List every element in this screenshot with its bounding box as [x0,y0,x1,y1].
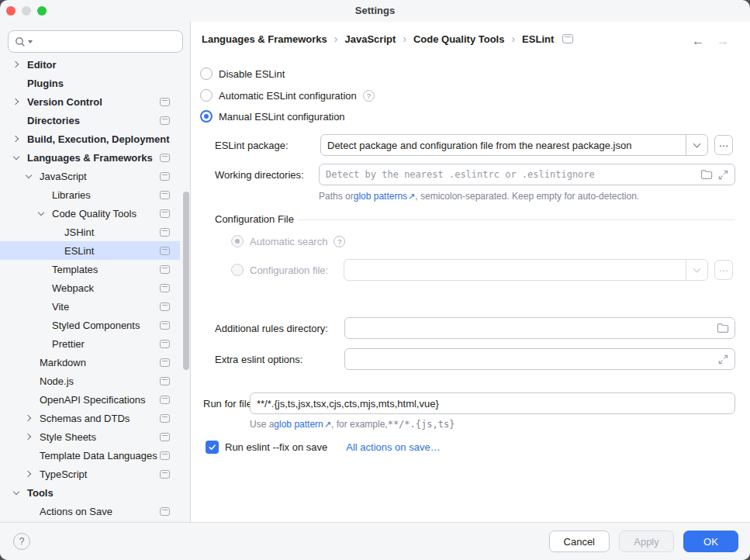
sidebar-item-plugins[interactable]: Plugins [0,74,180,92]
apply-button[interactable]: Apply [619,531,674,552]
eslint-package-combobox[interactable]: Detect package and configuration file fr… [320,134,708,156]
sidebar-item-label: Editor [27,59,57,71]
sidebar-item-typescript[interactable]: TypeScript [0,465,180,483]
sidebar-item-styled-components[interactable]: Styled Components [0,316,180,334]
breadcrumb-separator-icon: › [403,33,406,45]
radio-automatic-eslint[interactable] [200,89,213,102]
working-directories-field[interactable]: Detect by the nearest .eslintrc or .esli… [319,164,735,185]
chevron-spacer [35,337,47,350]
radio-row-manual[interactable]: Manual ESLint configuration [200,110,345,123]
extra-options-field[interactable] [344,348,735,370]
chevron-right-icon[interactable] [10,95,22,108]
sidebar-item-code-quality-tools[interactable]: Code Quality Tools [0,204,180,223]
sidebar-item-label: ESLint [64,245,94,257]
radio-manual-eslint[interactable] [200,110,213,123]
breadcrumb-separator-icon: › [511,33,515,45]
sidebar-item-languages-frameworks[interactable]: Languages & Frameworks [0,148,180,167]
sidebar-item-prettier[interactable]: Prettier [0,334,180,353]
glob-pattern-link[interactable]: glob pattern [274,419,323,430]
sidebar-scrollbar-thumb[interactable] [183,192,189,370]
folder-icon[interactable] [700,169,713,180]
forward-arrow-icon[interactable]: → [717,34,729,48]
chevron-spacer [35,282,47,294]
help-icon[interactable]: ? [334,236,345,247]
sidebar-item-openapi-specifications[interactable]: OpenAPI Specifications [0,390,180,409]
search-options-caret-icon[interactable] [28,40,33,43]
sidebar-item-node-js[interactable]: Node.js [0,372,180,390]
sidebar-item-editor[interactable]: Editor [0,55,180,74]
sidebar-item-jshint[interactable]: JSHint [0,223,180,241]
settings-search-field[interactable] [8,30,183,53]
sidebar-item-template-data-languages[interactable]: Template Data Languages [0,446,180,465]
chevron-right-icon[interactable] [22,412,35,424]
help-button[interactable]: ? [13,533,30,550]
sidebar-item-label: JavaScript [40,171,87,182]
sidebar-item-tools[interactable]: Tools [0,483,180,502]
breadcrumb-item[interactable]: Languages & Frameworks [202,33,327,45]
radio-row-disable[interactable]: Disable ESLint [200,67,285,80]
ok-button[interactable]: OK [683,531,738,552]
chevron-down-icon[interactable] [35,207,47,220]
chevron-spacer [22,449,35,461]
sidebar-item-actions-on-save[interactable]: Actions on Save [0,502,180,520]
chevron-spacer [47,226,60,238]
run-eslint-fix-checkbox[interactable] [206,441,219,454]
chevron-down-icon[interactable] [10,486,22,499]
expand-field-icon[interactable] [717,169,729,181]
chevron-spacer [22,375,35,387]
project-settings-icon [160,209,170,218]
sidebar-item-libraries[interactable]: Libraries [0,185,180,204]
glob-patterns-link[interactable]: glob patterns [354,191,407,202]
sidebar-item-label: Webpack [52,282,94,294]
working-directories-label: Working directories: [215,169,304,181]
configuration-file-browse-button: … [714,260,733,280]
project-settings-icon [160,358,170,367]
radio-row-configuration-file: Configuration file: [231,259,328,281]
chevron-right-icon[interactable] [22,468,35,480]
sidebar-item-label: OpenAPI Specifications [40,394,146,406]
chevron-right-icon[interactable] [22,430,35,443]
radio-label: Configuration file: [250,264,328,276]
sidebar-item-schemas-and-dtds[interactable]: Schemas and DTDs [0,409,180,427]
sidebar-item-javascript[interactable]: JavaScript [0,167,180,185]
all-actions-on-save-link[interactable]: All actions on save… [346,441,440,453]
eslint-package-browse-button[interactable]: … [714,135,733,155]
help-icon[interactable]: ? [363,90,375,102]
chevron-down-icon[interactable] [686,135,707,155]
run-for-files-field[interactable]: **/*.{js,ts,jsx,tsx,cjs,cts,mjs,mts,html… [250,392,735,414]
breadcrumb-item[interactable]: Code Quality Tools [413,33,505,45]
working-directories-hint: Paths or glob patterns↗ , semicolon-sepa… [319,191,639,202]
search-icon [15,36,26,47]
dialog-footer: ? Cancel Apply OK [0,522,750,560]
radio-row-automatic[interactable]: Automatic ESLint configuration ? [200,89,375,102]
expand-field-icon[interactable] [717,354,729,365]
sidebar-item-directories[interactable]: Directories [0,111,180,130]
chevron-right-icon[interactable] [10,58,22,71]
sidebar-item-style-sheets[interactable]: Style Sheets [0,427,180,446]
search-input[interactable] [34,36,176,47]
sidebar-item-vite[interactable]: Vite [0,297,180,316]
sidebar-item-templates[interactable]: Templates [0,260,180,278]
back-arrow-icon[interactable]: ← [692,34,704,48]
folder-icon[interactable] [717,323,729,334]
chevron-right-icon[interactable] [10,133,22,145]
project-settings-icon [160,154,170,162]
breadcrumb-item[interactable]: JavaScript [345,33,396,45]
sidebar-item-version-control[interactable]: Version Control [0,92,180,111]
sidebar-item-label: Vite [52,301,69,313]
sidebar-tree: EditorPluginsVersion ControlDirectoriesB… [0,55,190,520]
breadcrumb-item[interactable]: ESLint [522,33,554,45]
chevron-down-icon[interactable] [10,151,22,164]
radio-disable-eslint[interactable] [200,67,213,80]
project-settings-icon [160,172,170,181]
cancel-button[interactable]: Cancel [549,531,610,552]
sidebar-item-label: Plugins [27,78,64,89]
sidebar-item-label: Tools [27,487,54,499]
additional-rules-field[interactable] [344,317,735,339]
chevron-down-icon[interactable] [22,170,35,182]
sidebar-item-build-execution-deployment[interactable]: Build, Execution, Deployment [0,130,180,148]
sidebar-item-webpack[interactable]: Webpack [0,278,180,297]
eslint-package-value: Detect package and configuration file fr… [321,140,686,151]
sidebar-item-markdown[interactable]: Markdown [0,353,180,372]
sidebar-item-eslint[interactable]: ESLint [0,241,180,260]
